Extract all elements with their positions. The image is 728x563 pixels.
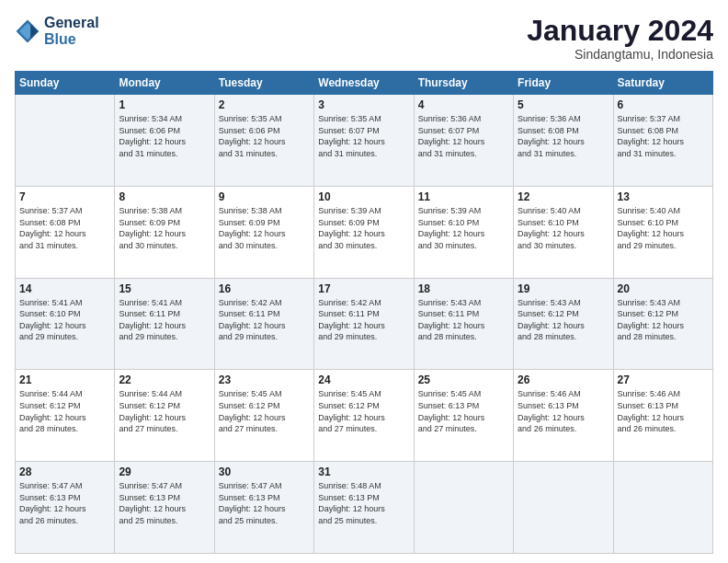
day-number: 31 xyxy=(318,465,409,478)
day-info: Sunrise: 5:34 AM Sunset: 6:06 PM Dayligh… xyxy=(119,113,210,159)
day-number: 8 xyxy=(119,190,210,203)
day-info: Sunrise: 5:37 AM Sunset: 6:08 PM Dayligh… xyxy=(19,205,110,251)
calendar-cell: 6Sunrise: 5:37 AM Sunset: 6:08 PM Daylig… xyxy=(613,95,712,187)
day-info: Sunrise: 5:40 AM Sunset: 6:10 PM Dayligh… xyxy=(518,205,609,251)
day-info: Sunrise: 5:35 AM Sunset: 6:07 PM Dayligh… xyxy=(318,113,409,159)
day-number: 23 xyxy=(219,373,310,386)
calendar-week-row: 14Sunrise: 5:41 AM Sunset: 6:10 PM Dayli… xyxy=(16,278,713,370)
day-info: Sunrise: 5:43 AM Sunset: 6:12 PM Dayligh… xyxy=(618,297,709,343)
calendar-cell: 26Sunrise: 5:46 AM Sunset: 6:13 PM Dayli… xyxy=(514,370,613,462)
day-number: 18 xyxy=(418,282,509,295)
day-number: 16 xyxy=(219,282,310,295)
day-number: 15 xyxy=(119,282,210,295)
calendar-cell: 14Sunrise: 5:41 AM Sunset: 6:10 PM Dayli… xyxy=(16,278,115,370)
day-number: 29 xyxy=(119,465,210,478)
calendar-cell: 10Sunrise: 5:39 AM Sunset: 6:09 PM Dayli… xyxy=(314,186,414,278)
calendar-cell: 9Sunrise: 5:38 AM Sunset: 6:09 PM Daylig… xyxy=(214,186,313,278)
calendar-cell xyxy=(514,462,613,554)
day-number: 13 xyxy=(618,190,709,203)
logo-text: General Blue xyxy=(44,15,99,47)
day-info: Sunrise: 5:47 AM Sunset: 6:13 PM Dayligh… xyxy=(219,480,310,526)
weekday-header: Friday xyxy=(514,72,613,95)
calendar-cell: 19Sunrise: 5:43 AM Sunset: 6:12 PM Dayli… xyxy=(514,278,613,370)
day-number: 11 xyxy=(418,190,509,203)
day-info: Sunrise: 5:36 AM Sunset: 6:08 PM Dayligh… xyxy=(518,113,609,159)
day-info: Sunrise: 5:38 AM Sunset: 6:09 PM Dayligh… xyxy=(219,205,310,251)
calendar-cell: 15Sunrise: 5:41 AM Sunset: 6:11 PM Dayli… xyxy=(115,278,214,370)
weekday-header: Tuesday xyxy=(214,72,313,95)
day-info: Sunrise: 5:47 AM Sunset: 6:13 PM Dayligh… xyxy=(119,480,210,526)
calendar-header: SundayMondayTuesdayWednesdayThursdayFrid… xyxy=(16,72,713,95)
logo-icon xyxy=(15,18,40,44)
weekday-header: Sunday xyxy=(16,72,115,95)
weekday-header: Saturday xyxy=(613,72,712,95)
calendar-cell xyxy=(613,462,712,554)
calendar-cell: 7Sunrise: 5:37 AM Sunset: 6:08 PM Daylig… xyxy=(16,186,115,278)
day-info: Sunrise: 5:45 AM Sunset: 6:12 PM Dayligh… xyxy=(219,388,310,434)
day-number: 21 xyxy=(19,373,110,386)
day-info: Sunrise: 5:39 AM Sunset: 6:10 PM Dayligh… xyxy=(418,205,509,251)
calendar-cell: 8Sunrise: 5:38 AM Sunset: 6:09 PM Daylig… xyxy=(115,186,214,278)
day-info: Sunrise: 5:45 AM Sunset: 6:12 PM Dayligh… xyxy=(318,388,409,434)
calendar-cell: 3Sunrise: 5:35 AM Sunset: 6:07 PM Daylig… xyxy=(314,95,414,187)
calendar-week-row: 21Sunrise: 5:44 AM Sunset: 6:12 PM Dayli… xyxy=(16,370,713,462)
day-info: Sunrise: 5:43 AM Sunset: 6:12 PM Dayligh… xyxy=(518,297,609,343)
calendar-cell xyxy=(16,95,115,187)
calendar-cell: 25Sunrise: 5:45 AM Sunset: 6:13 PM Dayli… xyxy=(414,370,513,462)
calendar-cell: 21Sunrise: 5:44 AM Sunset: 6:12 PM Dayli… xyxy=(16,370,115,462)
calendar-table: SundayMondayTuesdayWednesdayThursdayFrid… xyxy=(15,71,713,554)
calendar-week-row: 1Sunrise: 5:34 AM Sunset: 6:06 PM Daylig… xyxy=(16,95,713,187)
calendar-cell: 24Sunrise: 5:45 AM Sunset: 6:12 PM Dayli… xyxy=(314,370,414,462)
weekday-header: Wednesday xyxy=(314,72,414,95)
day-info: Sunrise: 5:45 AM Sunset: 6:13 PM Dayligh… xyxy=(418,388,509,434)
day-info: Sunrise: 5:44 AM Sunset: 6:12 PM Dayligh… xyxy=(119,388,210,434)
calendar-cell: 30Sunrise: 5:47 AM Sunset: 6:13 PM Dayli… xyxy=(214,462,313,554)
calendar-cell: 29Sunrise: 5:47 AM Sunset: 6:13 PM Dayli… xyxy=(115,462,214,554)
day-info: Sunrise: 5:42 AM Sunset: 6:11 PM Dayligh… xyxy=(219,297,310,343)
day-info: Sunrise: 5:46 AM Sunset: 6:13 PM Dayligh… xyxy=(618,388,709,434)
day-info: Sunrise: 5:35 AM Sunset: 6:06 PM Dayligh… xyxy=(219,113,310,159)
day-info: Sunrise: 5:46 AM Sunset: 6:13 PM Dayligh… xyxy=(518,388,609,434)
day-info: Sunrise: 5:41 AM Sunset: 6:11 PM Dayligh… xyxy=(119,297,210,343)
day-number: 19 xyxy=(518,282,609,295)
calendar-week-row: 7Sunrise: 5:37 AM Sunset: 6:08 PM Daylig… xyxy=(16,186,713,278)
calendar-cell: 4Sunrise: 5:36 AM Sunset: 6:07 PM Daylig… xyxy=(414,95,513,187)
day-number: 27 xyxy=(618,373,709,386)
calendar-cell: 28Sunrise: 5:47 AM Sunset: 6:13 PM Dayli… xyxy=(16,462,115,554)
day-info: Sunrise: 5:40 AM Sunset: 6:10 PM Dayligh… xyxy=(618,205,709,251)
calendar-cell: 16Sunrise: 5:42 AM Sunset: 6:11 PM Dayli… xyxy=(214,278,313,370)
weekday-row: SundayMondayTuesdayWednesdayThursdayFrid… xyxy=(16,72,713,95)
calendar-cell: 13Sunrise: 5:40 AM Sunset: 6:10 PM Dayli… xyxy=(613,186,712,278)
day-number: 5 xyxy=(518,98,609,111)
day-number: 1 xyxy=(119,98,210,111)
day-number: 6 xyxy=(618,98,709,111)
day-number: 4 xyxy=(418,98,509,111)
day-number: 26 xyxy=(518,373,609,386)
weekday-header: Monday xyxy=(115,72,214,95)
month-title: January 2024 xyxy=(527,15,713,47)
calendar-cell: 5Sunrise: 5:36 AM Sunset: 6:08 PM Daylig… xyxy=(514,95,613,187)
calendar-cell: 20Sunrise: 5:43 AM Sunset: 6:12 PM Dayli… xyxy=(613,278,712,370)
day-number: 12 xyxy=(518,190,609,203)
day-number: 10 xyxy=(318,190,409,203)
weekday-header: Thursday xyxy=(414,72,513,95)
day-info: Sunrise: 5:36 AM Sunset: 6:07 PM Dayligh… xyxy=(418,113,509,159)
calendar-cell: 1Sunrise: 5:34 AM Sunset: 6:06 PM Daylig… xyxy=(115,95,214,187)
calendar-cell: 12Sunrise: 5:40 AM Sunset: 6:10 PM Dayli… xyxy=(514,186,613,278)
day-info: Sunrise: 5:43 AM Sunset: 6:11 PM Dayligh… xyxy=(418,297,509,343)
day-number: 25 xyxy=(418,373,509,386)
day-info: Sunrise: 5:47 AM Sunset: 6:13 PM Dayligh… xyxy=(19,480,110,526)
calendar-cell xyxy=(414,462,513,554)
day-number: 30 xyxy=(219,465,310,478)
location-subtitle: Sindangtamu, Indonesia xyxy=(527,47,713,62)
title-area: January 2024 Sindangtamu, Indonesia xyxy=(527,15,713,62)
day-number: 2 xyxy=(219,98,310,111)
calendar-cell: 23Sunrise: 5:45 AM Sunset: 6:12 PM Dayli… xyxy=(214,370,313,462)
day-info: Sunrise: 5:38 AM Sunset: 6:09 PM Dayligh… xyxy=(119,205,210,251)
day-info: Sunrise: 5:48 AM Sunset: 6:13 PM Dayligh… xyxy=(318,480,409,526)
calendar-cell: 2Sunrise: 5:35 AM Sunset: 6:06 PM Daylig… xyxy=(214,95,313,187)
calendar-cell: 31Sunrise: 5:48 AM Sunset: 6:13 PM Dayli… xyxy=(314,462,414,554)
calendar-week-row: 28Sunrise: 5:47 AM Sunset: 6:13 PM Dayli… xyxy=(16,462,713,554)
day-number: 7 xyxy=(19,190,110,203)
day-info: Sunrise: 5:39 AM Sunset: 6:09 PM Dayligh… xyxy=(318,205,409,251)
